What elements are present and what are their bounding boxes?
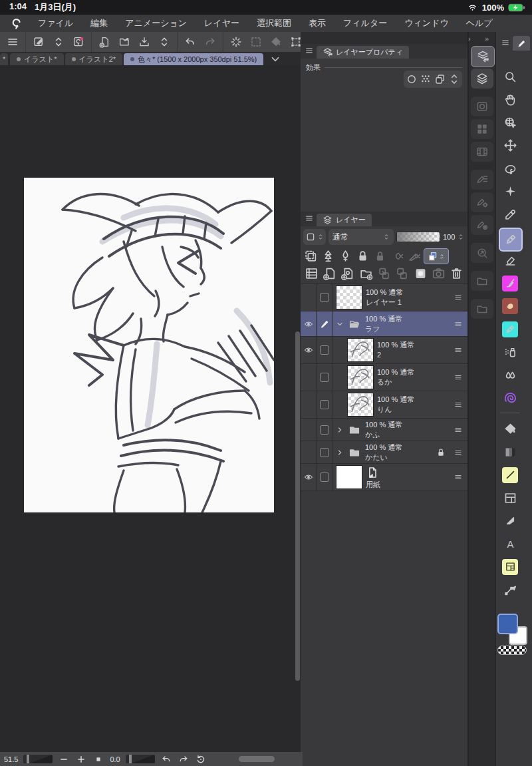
deselect-button[interactable]: [247, 34, 265, 50]
rotate-left-icon[interactable]: [160, 754, 172, 765]
layer-list-button[interactable]: [303, 266, 320, 282]
layer-checkbox[interactable]: [320, 293, 329, 302]
lock-pixels-button[interactable]: [372, 249, 388, 264]
new-file-button[interactable]: [96, 34, 113, 50]
panel-button-navigator[interactable]: [471, 96, 493, 116]
ruler-off-button[interactable]: [406, 249, 423, 264]
layer-checkbox[interactable]: [320, 400, 329, 409]
layer-checkbox[interactable]: [320, 448, 329, 457]
layer-checkbox[interactable]: [320, 425, 329, 435]
folder-expand-icon[interactable]: [336, 426, 344, 434]
trash-button[interactable]: [448, 266, 466, 282]
tool-fill[interactable]: [500, 419, 520, 439]
panel-button-timeline[interactable]: [471, 142, 493, 162]
camera-button[interactable]: [430, 266, 447, 282]
menu-8[interactable]: ウィンドウ: [396, 17, 458, 29]
panel-button-layers[interactable]: [471, 69, 493, 89]
undo-button[interactable]: [182, 34, 199, 50]
layer-visibility-cell[interactable]: [301, 311, 317, 336]
layer-checkbox[interactable]: [320, 345, 329, 355]
menu-3[interactable]: アニメーション: [116, 17, 196, 29]
folder-expand-icon[interactable]: [336, 449, 344, 457]
save-button[interactable]: [136, 34, 153, 50]
menu-5[interactable]: 選択範囲: [248, 17, 300, 29]
tool-panel-material[interactable]: [500, 557, 520, 577]
tool-operation[interactable]: [500, 112, 520, 132]
layer-visibility-cell[interactable]: [301, 364, 317, 391]
menu-4[interactable]: レイヤー: [196, 17, 248, 29]
panel-button-materials[interactable]: [471, 119, 493, 139]
tool-move-layer[interactable]: [500, 136, 520, 156]
new-folder-button[interactable]: [357, 266, 374, 282]
tool-eyedropper[interactable]: [500, 204, 520, 224]
clipstudio-logo-icon[interactable]: [9, 17, 24, 30]
tab-layer[interactable]: レイヤー: [317, 214, 372, 226]
menu-1[interactable]: ファイル: [29, 17, 82, 29]
tool-auto-select[interactable]: [500, 182, 520, 202]
layer-row-2[interactable]: 100 % 通常2: [301, 337, 467, 364]
layer-color-toggle[interactable]: [424, 248, 449, 264]
panel-menu-icon[interactable]: [305, 214, 314, 223]
tab-overflow-chevron-icon[interactable]: [267, 53, 283, 65]
new-layer-button[interactable]: [321, 266, 338, 282]
chevron-updown-button[interactable]: [156, 34, 173, 50]
layer-row-menu-icon[interactable]: [454, 373, 463, 381]
layer-row-レイヤー 1[interactable]: 100 % 通常レイヤー 1: [301, 284, 467, 311]
merge-down-button[interactable]: [394, 266, 411, 282]
layer-visibility-cell[interactable]: [301, 441, 317, 463]
layer-visibility-cell[interactable]: [301, 391, 317, 418]
layer-row-用紙[interactable]: 用紙: [301, 464, 467, 491]
new-vector-layer-button[interactable]: [339, 266, 356, 282]
effect-expand-icon[interactable]: [448, 73, 460, 85]
layer-row-menu-icon[interactable]: [454, 426, 463, 434]
zoom-in-icon[interactable]: [75, 754, 87, 765]
menu-6[interactable]: 表示: [300, 17, 334, 29]
collapse-chevron-1[interactable]: ›: [468, 35, 471, 43]
current-tool-tab[interactable]: [513, 36, 530, 51]
layer-row-menu-icon[interactable]: [454, 449, 463, 457]
main-menu-button[interactable]: [4, 34, 21, 50]
canvas-tab-2[interactable]: イラスト2*: [65, 53, 122, 65]
tool-selection[interactable]: [500, 158, 520, 178]
canvas-tab-3[interactable]: 色々* (1500 x 2000px 350dpi 51.5%): [124, 53, 263, 65]
layer-checkbox-cell[interactable]: [317, 284, 333, 311]
zoom-out-icon[interactable]: [58, 754, 70, 765]
zoom-slider[interactable]: [23, 755, 53, 763]
panel-button-layer-property[interactable]: [471, 46, 495, 67]
layer-thumbnail[interactable]: [347, 365, 374, 389]
panel-button-subtool-detail[interactable]: [471, 215, 493, 235]
menu-7[interactable]: フィルター: [334, 17, 396, 29]
brush-size-box[interactable]: [303, 229, 326, 245]
border-effect-icon[interactable]: [406, 73, 418, 85]
layer-visibility-cell[interactable]: [301, 464, 317, 490]
layer-thumbnail[interactable]: [347, 338, 374, 362]
tool-pen[interactable]: [499, 228, 523, 252]
rotate-reset-icon[interactable]: [195, 754, 207, 765]
tool-zoom[interactable]: [500, 67, 520, 87]
layer-row-menu-icon[interactable]: [454, 473, 463, 481]
layer-row-menu-icon[interactable]: [454, 320, 463, 328]
layer-checkbox[interactable]: [320, 373, 329, 382]
tool-frame-border[interactable]: [500, 488, 520, 508]
redo-button[interactable]: [201, 34, 219, 50]
clip-off-button[interactable]: [389, 249, 406, 264]
layer-row-かたい[interactable]: 100 % 通常かたい: [301, 441, 467, 464]
transparent-color-swatch[interactable]: [497, 646, 527, 655]
layer-checkbox-cell[interactable]: [317, 391, 333, 418]
tool-brush[interactable]: [500, 274, 520, 293]
layer-checkbox-cell[interactable]: [317, 311, 333, 336]
layer-row-るか[interactable]: 100 % 通常るか: [301, 364, 467, 391]
panel-button-folder-download[interactable]: [471, 299, 493, 319]
panel-button-quick-access[interactable]: [471, 243, 493, 263]
layer-checkbox[interactable]: [320, 473, 329, 482]
panel-menu-icon[interactable]: [305, 46, 314, 55]
layer-visibility-cell[interactable]: [301, 419, 317, 441]
canvas-vertical-scrollbar[interactable]: [295, 331, 300, 681]
tool-line-correct[interactable]: [500, 580, 520, 600]
clipstudio-badge-button[interactable]: [70, 34, 87, 50]
menu-9[interactable]: ヘルプ: [458, 17, 501, 29]
canvas-horizontal-scrollbar[interactable]: [239, 756, 275, 762]
tool-gradient[interactable]: [500, 442, 520, 462]
layer-thumbnail[interactable]: [336, 286, 362, 309]
opacity-slider[interactable]: [396, 232, 440, 242]
